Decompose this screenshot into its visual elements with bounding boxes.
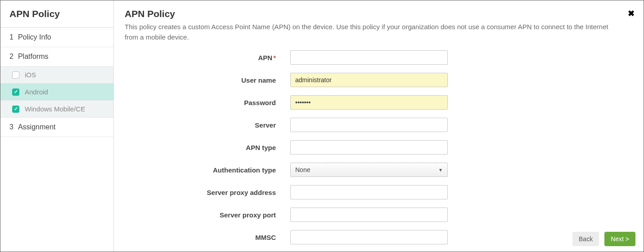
app-wrapper: APN Policy 1 Policy Info 2 Platforms iOS… <box>0 0 644 252</box>
apn-input[interactable] <box>290 50 448 65</box>
label-apn: APN* <box>125 54 290 62</box>
next-button[interactable]: Next > <box>604 232 635 246</box>
step-number: 2 <box>9 53 14 61</box>
main-panel: ✖ APN Policy This policy creates a custo… <box>114 0 644 252</box>
row-authtype: Authentication type None ▼ <box>125 163 633 177</box>
close-icon: ✖ <box>628 9 635 18</box>
label-proxyaddr: Server proxy address <box>125 189 290 196</box>
step-label: Policy Info <box>18 33 51 41</box>
platform-label: iOS <box>25 71 36 79</box>
platform-item-windows[interactable]: Windows Mobile/CE <box>0 101 113 118</box>
label-proxyport: Server proxy port <box>125 211 290 219</box>
label-server: Server <box>125 121 290 129</box>
checkbox-icon[interactable] <box>12 88 19 96</box>
proxyaddr-input[interactable] <box>290 185 448 199</box>
step-label: Assignment <box>18 123 56 131</box>
step-label: Platforms <box>18 53 49 61</box>
step-number: 3 <box>9 123 14 131</box>
platform-label: Windows Mobile/CE <box>25 105 85 113</box>
label-password: Password <box>125 99 290 106</box>
page-description: This policy creates a custom Access Poin… <box>125 22 615 42</box>
username-input[interactable] <box>290 73 448 87</box>
row-server: Server <box>125 118 633 132</box>
chevron-down-icon: ▼ <box>438 168 443 172</box>
proxyport-input[interactable] <box>290 208 448 222</box>
required-asterisk: * <box>273 54 276 62</box>
label-mmsc: MMSC <box>125 234 290 241</box>
server-input[interactable] <box>290 118 448 132</box>
sidebar-title: APN Policy <box>9 9 104 19</box>
platform-list: iOS Android Windows Mobile/CE <box>0 66 113 118</box>
platform-item-android[interactable]: Android <box>0 84 113 101</box>
checkbox-icon[interactable] <box>12 71 19 79</box>
label-text: APN <box>258 54 272 62</box>
mmsc-input[interactable] <box>290 230 448 244</box>
select-value: None <box>295 166 310 173</box>
row-apntype: APN type <box>125 140 633 155</box>
row-proxyport: Server proxy port <box>125 208 633 222</box>
label-username: User name <box>125 76 290 84</box>
step-platforms[interactable]: 2 Platforms <box>0 47 113 66</box>
row-proxyaddr: Server proxy address <box>125 185 633 199</box>
apn-form: APN* User name Password Server APN type <box>125 50 633 244</box>
close-button[interactable]: ✖ <box>628 9 635 18</box>
row-mmsc: MMSC <box>125 230 633 244</box>
sidebar-header: APN Policy <box>0 0 113 28</box>
checkbox-icon[interactable] <box>12 106 19 113</box>
apntype-input[interactable] <box>290 140 448 155</box>
row-apn: APN* <box>125 50 633 65</box>
row-password: Password <box>125 95 633 110</box>
label-apntype: APN type <box>125 144 290 151</box>
authtype-select[interactable]: None ▼ <box>290 163 448 177</box>
platform-item-ios[interactable]: iOS <box>0 66 113 84</box>
page-title: APN Policy <box>125 9 633 19</box>
step-policy-info[interactable]: 1 Policy Info <box>0 28 113 47</box>
step-number: 1 <box>9 33 14 41</box>
platform-label: Android <box>25 88 48 96</box>
step-assignment[interactable]: 3 Assignment <box>0 118 113 137</box>
sidebar: APN Policy 1 Policy Info 2 Platforms iOS… <box>0 0 114 252</box>
back-button[interactable]: Back <box>572 232 599 246</box>
footer-buttons: Back Next > <box>572 232 635 246</box>
password-input[interactable] <box>290 95 448 110</box>
label-authtype: Authentication type <box>125 166 290 174</box>
row-username: User name <box>125 73 633 87</box>
